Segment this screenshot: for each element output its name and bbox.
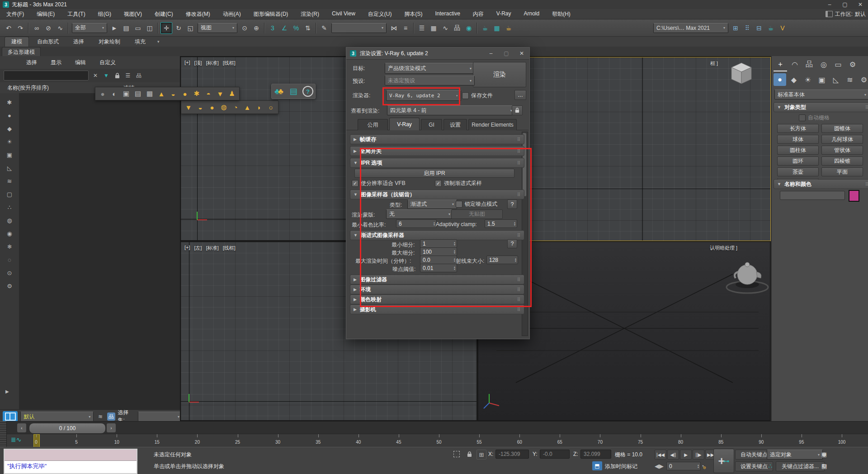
sampler-help-button[interactable]: ? bbox=[507, 199, 517, 209]
viewport-label-part[interactable]: [线框] bbox=[223, 60, 236, 66]
vray-film-icon[interactable]: ▦ bbox=[144, 88, 156, 100]
geometry-category-icon[interactable]: ● bbox=[774, 73, 786, 86]
lights-category-icon[interactable]: ☀ bbox=[802, 73, 814, 86]
dialog-minimize-button[interactable]: – bbox=[483, 47, 499, 59]
menu-e[interactable]: 编辑(E) bbox=[37, 10, 55, 18]
explorer-menu-3[interactable]: 自定义 bbox=[99, 59, 116, 66]
explorer-menu-0[interactable]: 选择 bbox=[26, 59, 37, 66]
render-mask-dropdown[interactable]: 无▾ bbox=[386, 209, 453, 219]
sampler-type-dropdown[interactable]: 渐进式▾ bbox=[407, 199, 457, 209]
trees-icon[interactable]: ♣♣ bbox=[272, 85, 286, 98]
viewport-label-part[interactable]: [标准] bbox=[206, 60, 219, 66]
no-map-button[interactable]: 无贴图 bbox=[451, 209, 503, 219]
close-button[interactable]: ✕ bbox=[853, 0, 868, 9]
viewport-layout-button[interactable] bbox=[3, 411, 18, 422]
hierarchy-tab-icon[interactable]: 品 bbox=[802, 58, 816, 71]
view-to-render-dropdown[interactable]: 四元菜单 4 - 前▾ bbox=[387, 105, 515, 115]
dialog-close-button[interactable]: ✕ bbox=[514, 47, 529, 59]
max-render-time-spinner[interactable]: 0.0▴▾ bbox=[420, 256, 457, 264]
light-tripod-icon[interactable]: ▲ bbox=[156, 88, 167, 100]
filter-space-warps-icon[interactable]: ≋ bbox=[4, 176, 15, 185]
snapshot-icon[interactable]: ⊟ bbox=[754, 23, 764, 33]
edit-named-sets-icon[interactable]: ✎ bbox=[319, 23, 330, 33]
primitive-button-2[interactable]: 球体 bbox=[777, 135, 819, 144]
display-tab-icon[interactable]: ▭ bbox=[831, 58, 845, 71]
asset-tracking-icon[interactable]: ⊞ bbox=[730, 23, 741, 33]
project-folder-dropdown[interactable]: C:\Users\… Max 2021▾ bbox=[653, 23, 728, 33]
vray-toolbar-icon[interactable]: V bbox=[777, 23, 788, 33]
viewport-label-part[interactable]: [标准] bbox=[206, 245, 219, 251]
box-object[interactable] bbox=[729, 61, 754, 86]
primitive-button-6[interactable]: 圆环 bbox=[777, 156, 819, 166]
reference-coordinate-dropdown[interactable]: 视图▾ bbox=[198, 23, 237, 33]
fit-resolution-vfb-checkbox[interactable]: ✓使分辨率适合 VFB bbox=[352, 180, 406, 187]
explorer-expand-arrow-icon[interactable]: ▶ bbox=[5, 389, 9, 394]
isolate-selection-icon[interactable] bbox=[452, 450, 461, 459]
rollout-image-sampler[interactable]: ▼ 图像采样器（抗锯齿）⠿ bbox=[350, 190, 524, 199]
rollout-collapsed-0[interactable]: ▶帧缓存⠿ bbox=[350, 134, 524, 144]
layer-explorer-icon[interactable]: ☰ bbox=[416, 23, 427, 33]
selection-filter-dropdown[interactable]: 全部▾ bbox=[72, 23, 107, 33]
key-filters-button[interactable]: 关键点过滤器... bbox=[776, 461, 825, 471]
curve-editor-icon[interactable]: ∿ bbox=[440, 23, 451, 33]
geom-blob-icon[interactable]: ◗ bbox=[253, 101, 265, 113]
dialog-tab-4[interactable]: Render Elements bbox=[468, 119, 517, 130]
filter-display-all-icon[interactable]: ✱ bbox=[4, 98, 15, 107]
min-shading-spinner[interactable]: 6▴▾ bbox=[396, 219, 437, 228]
filter-lights-icon[interactable]: ☀ bbox=[4, 137, 15, 146]
vray-globe-icon[interactable]: ● bbox=[97, 88, 108, 100]
explorer-menu-2[interactable]: 编辑 bbox=[75, 59, 86, 66]
angle-snap-icon[interactable]: ∠ bbox=[279, 23, 290, 33]
redo-icon[interactable]: ↷ bbox=[15, 23, 26, 33]
select-manipulate-icon[interactable]: ⊕ bbox=[251, 23, 262, 33]
maximize-button[interactable]: ▢ bbox=[837, 0, 853, 9]
max-subdivs-spinner[interactable]: 100▴▾ bbox=[420, 247, 457, 256]
mini-curve-editor-icon[interactable]: ≣∿ bbox=[11, 436, 21, 443]
viewport-label-part[interactable]: [线框] bbox=[223, 245, 236, 251]
select-and-link-icon[interactable]: ∞ bbox=[31, 23, 42, 33]
rollout-collapsed-bottom-1[interactable]: ▶环境⠿ bbox=[350, 284, 524, 294]
filter-settings-icon[interactable]: ⚙ bbox=[4, 281, 15, 290]
primitive-button-0[interactable]: 长方体 bbox=[777, 124, 819, 133]
primitive-button-5[interactable]: 管状体 bbox=[821, 146, 863, 155]
material-editor-icon[interactable]: ◉ bbox=[463, 23, 474, 33]
menu-d[interactable]: 图形编辑器(D) bbox=[254, 10, 288, 18]
dialog-title-bar[interactable]: 3 渲染设置: V-Ray 6, update 2 – ▢ ✕ bbox=[346, 47, 529, 60]
layers-icon[interactable]: ≋ bbox=[96, 412, 104, 421]
menu-interactive[interactable]: Interactive bbox=[435, 10, 460, 18]
viewport-top-label[interactable]: [+][顶][标准][线框] bbox=[184, 60, 236, 66]
x-coordinate-field[interactable]: -125.309 bbox=[495, 450, 529, 459]
adaptivity-clamp-spinner[interactable]: 1.5▴▾ bbox=[485, 219, 517, 228]
viewport-label-part[interactable]: [左] bbox=[194, 245, 202, 251]
selected-object-dropdown[interactable]: 选定对象▾ bbox=[767, 450, 823, 460]
menu-c[interactable]: 创建(C) bbox=[155, 10, 173, 18]
time-slider-handle[interactable]: 0 / 100 bbox=[29, 423, 106, 434]
viewport-label-part[interactable]: [顶] bbox=[194, 60, 202, 66]
workspace-selector[interactable]: 工作区: 默认 ▾ bbox=[826, 9, 868, 19]
enable-ipr-button[interactable]: 启用 IPR bbox=[354, 169, 514, 178]
ribbon-subtab-polygon-modeling[interactable]: 多边形建模 bbox=[2, 47, 41, 57]
force-progressive-checkbox[interactable]: ✓强制渐进式采样 bbox=[435, 180, 482, 187]
minimize-button[interactable]: – bbox=[822, 0, 837, 9]
playback-button-3[interactable]: ||▶ bbox=[693, 450, 704, 460]
primitive-button-3[interactable]: 几何球体 bbox=[821, 135, 863, 144]
geom-half-dome-icon[interactable]: ◒ bbox=[194, 101, 206, 113]
percent-snap-icon[interactable]: % bbox=[291, 23, 302, 33]
filter-groups-icon[interactable]: ▢ bbox=[4, 190, 15, 199]
filter-cameras-icon[interactable]: ▣ bbox=[4, 150, 15, 159]
explorer-object-list[interactable] bbox=[19, 93, 180, 409]
dialog-tab-3[interactable]: 设置 bbox=[443, 119, 467, 130]
menu-r[interactable]: 渲染(R) bbox=[301, 10, 319, 18]
rollout-object-type[interactable]: ▼ 对象类型 ⠿ bbox=[774, 102, 868, 112]
rollout-progressive-sampler[interactable]: ▼ 渐进式图像采样器⠿ bbox=[350, 230, 524, 240]
y-coordinate-field[interactable]: -0.0 bbox=[540, 450, 570, 459]
rollout-collapsed-bottom-2[interactable]: ▶颜色映射⠿ bbox=[350, 294, 524, 304]
dialog-maximize-button[interactable]: ▢ bbox=[499, 47, 514, 59]
key-filter-icon[interactable]: ∴ bbox=[766, 461, 775, 470]
help-icon[interactable]: ? bbox=[301, 85, 315, 98]
filter-shapes-icon[interactable]: ◆ bbox=[4, 124, 15, 133]
filter-containers-icon[interactable]: ◍ bbox=[4, 216, 15, 225]
ribbon-tab-3[interactable]: 对象绘制 bbox=[92, 37, 127, 47]
preset-dropdown[interactable]: 未选定预设▾ bbox=[385, 76, 475, 85]
menu-h[interactable]: 帮助(H) bbox=[552, 10, 571, 18]
